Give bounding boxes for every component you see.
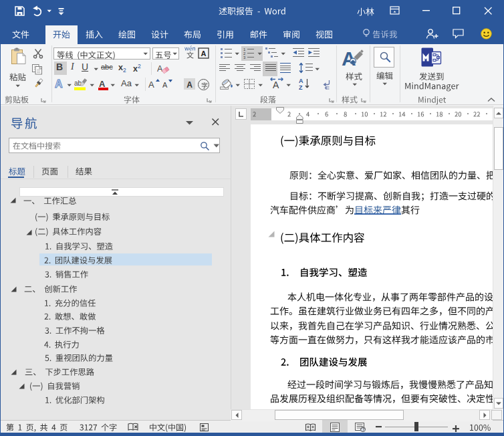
svg-text:A: A [99, 79, 106, 89]
svg-text:A: A [273, 80, 279, 90]
svg-text:3: 3 [243, 56, 246, 59]
svg-text:A: A [299, 78, 303, 84]
svg-text:A: A [162, 81, 168, 89]
svg-text:A: A [157, 64, 163, 74]
svg-text:A: A [148, 80, 154, 90]
svg-text:A: A [201, 49, 207, 58]
svg-text:A: A [186, 80, 193, 90]
svg-text:Z: Z [299, 84, 303, 90]
svg-text:A: A [55, 78, 63, 90]
